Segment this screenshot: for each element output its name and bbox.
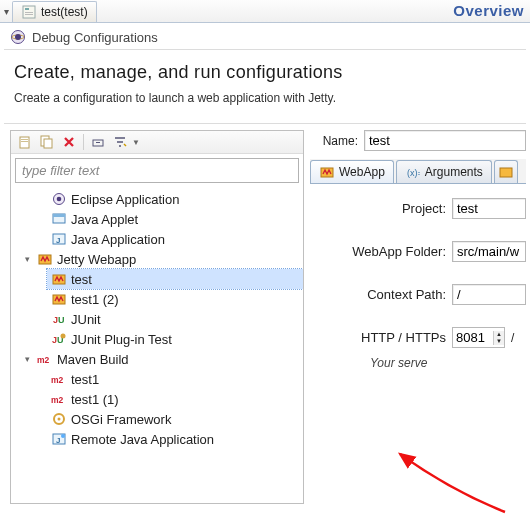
svg-rect-9 — [21, 141, 28, 142]
config-tree[interactable]: Eclipse Application Java Applet JJava Ap… — [11, 187, 303, 503]
svg-point-25 — [61, 334, 66, 339]
svg-point-33 — [61, 434, 65, 438]
expand-icon[interactable]: ▾ — [21, 354, 33, 364]
context-path-label: Context Path: — [310, 287, 452, 302]
svg-rect-34 — [321, 168, 333, 177]
svg-text:JU: JU — [53, 315, 65, 325]
jetty-icon — [37, 251, 53, 267]
arguments-icon: (x)= — [405, 164, 421, 180]
http-port-input[interactable] — [453, 328, 493, 347]
svg-rect-11 — [44, 139, 52, 148]
tree-item-jetty-webapp[interactable]: ▾Jetty Webapp — [17, 249, 303, 269]
editor-tab-test[interactable]: test(test) — [12, 1, 97, 22]
tree-item-junit-plugin[interactable]: JUJUnit Plug-in Test — [31, 329, 303, 349]
filter-button[interactable] — [110, 132, 130, 152]
launch-config-icon — [21, 4, 37, 20]
junit-icon: JU — [51, 311, 67, 327]
java-app-icon: J — [51, 231, 67, 247]
svg-rect-13 — [96, 142, 100, 143]
tree-item-jetty-test[interactable]: test — [47, 269, 303, 289]
java-applet-icon — [51, 211, 67, 227]
port-slash: / — [505, 331, 520, 345]
dropdown-caret-icon[interactable]: ▼ — [132, 138, 140, 147]
svg-point-6 — [15, 34, 21, 40]
name-input[interactable] — [364, 130, 526, 151]
svg-text:J: J — [56, 236, 60, 245]
svg-rect-17 — [53, 214, 65, 217]
expand-icon[interactable]: ▾ — [21, 254, 33, 264]
maven-icon: m2 — [37, 351, 53, 367]
svg-text:m2: m2 — [37, 355, 50, 365]
tree-item-maven-test1-1[interactable]: m2test1 (1) — [47, 389, 303, 409]
config-tabstrip: WebApp (x)= Arguments — [310, 159, 526, 184]
tree-item-osgi[interactable]: OSGi Framework — [31, 409, 303, 429]
tree-item-jetty-test1[interactable]: test1 (2) — [47, 289, 303, 309]
svg-rect-36 — [500, 168, 512, 177]
tree-item-junit[interactable]: JUJUnit — [31, 309, 303, 329]
tree-item-java-application[interactable]: JJava Application — [31, 229, 303, 249]
http-port-spinner[interactable]: ▲▼ — [452, 327, 505, 348]
new-config-button[interactable] — [15, 132, 35, 152]
http-label: HTTP / HTTPs — [310, 330, 452, 345]
project-label: Project: — [310, 201, 452, 216]
jetty-icon — [319, 164, 335, 180]
webapp-folder-label: WebApp Folder: — [310, 244, 452, 259]
tree-toolbar: ▼ — [11, 131, 303, 154]
tree-item-maven-test1[interactable]: m2test1 — [47, 369, 303, 389]
svg-text:(x)=: (x)= — [407, 168, 420, 178]
overview-heading: Overview — [453, 2, 524, 19]
context-path-input[interactable] — [452, 284, 526, 305]
tab-overflow[interactable] — [494, 160, 518, 183]
chevron-down-icon[interactable]: ▾ — [0, 6, 12, 17]
tree-item-remote-java[interactable]: JRemote Java Application — [31, 429, 303, 449]
svg-rect-7 — [20, 137, 29, 148]
banner-title: Create, manage, and run configurations — [14, 62, 516, 83]
svg-rect-8 — [21, 139, 28, 140]
maven-icon: m2 — [51, 371, 67, 387]
jetty-icon — [51, 291, 67, 307]
svg-point-15 — [57, 197, 62, 202]
osgi-icon — [51, 411, 67, 427]
filter-input[interactable] — [16, 159, 298, 182]
project-input[interactable] — [452, 198, 526, 219]
svg-rect-2 — [25, 12, 33, 13]
remote-java-icon: J — [51, 431, 67, 447]
jetty-icon — [51, 271, 67, 287]
jetty-icon — [498, 164, 514, 180]
tree-item-maven-build[interactable]: ▾m2Maven Build — [17, 349, 303, 369]
svg-text:m2: m2 — [51, 375, 64, 385]
eclipse-icon — [51, 191, 67, 207]
separator — [83, 134, 84, 150]
webapp-folder-input[interactable] — [452, 241, 526, 262]
name-label: Name: — [310, 134, 364, 148]
tree-item-eclipse-application[interactable]: Eclipse Application — [31, 189, 303, 209]
tab-webapp[interactable]: WebApp — [310, 160, 394, 183]
config-tree-panel: ▼ Eclipse Application Java Applet JJava … — [10, 130, 304, 504]
svg-text:J: J — [56, 436, 60, 445]
eclipse-icon — [10, 29, 26, 45]
dialog-title: Debug Configurations — [32, 30, 158, 45]
spin-down-icon[interactable]: ▼ — [493, 338, 504, 345]
server-note: Your serve — [370, 356, 526, 370]
delete-config-button[interactable] — [59, 132, 79, 152]
duplicate-config-button[interactable] — [37, 132, 57, 152]
editor-tab-label: test(test) — [41, 5, 88, 19]
maven-icon: m2 — [51, 391, 67, 407]
svg-point-30 — [58, 418, 61, 421]
tab-arguments[interactable]: (x)= Arguments — [396, 160, 492, 183]
junit-plugin-icon: JU — [51, 331, 67, 347]
tree-item-java-applet[interactable]: Java Applet — [31, 209, 303, 229]
collapse-all-button[interactable] — [88, 132, 108, 152]
banner-subtitle: Create a configuration to launch a web a… — [14, 91, 516, 105]
spin-up-icon[interactable]: ▲ — [493, 331, 504, 338]
svg-text:m2: m2 — [51, 395, 64, 405]
svg-rect-1 — [25, 8, 29, 10]
svg-rect-3 — [25, 14, 33, 15]
